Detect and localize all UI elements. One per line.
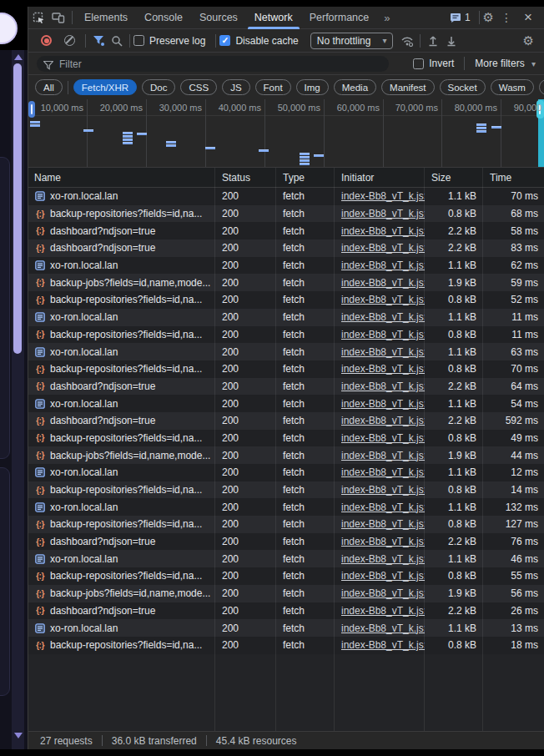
preserve-log-checkbox[interactable]: [133, 35, 144, 46]
network-request-row[interactable]: {:}dashboard?ndjson=true 200 fetch index…: [28, 412, 544, 430]
network-request-row[interactable]: {:}dashboard?ndjson=true 200 fetch index…: [28, 239, 544, 257]
issues-button[interactable]: 1: [445, 12, 476, 23]
record-network-log-button[interactable]: [41, 35, 52, 46]
request-initiator-link[interactable]: index-Bb8_vT_k.js:49: [341, 190, 425, 202]
tab-sources[interactable]: Sources: [191, 7, 246, 29]
preserve-log-label[interactable]: Preserve log: [149, 35, 205, 47]
network-request-row[interactable]: xo-ron.local.lan 200 fetch index-Bb8_vT_…: [28, 619, 544, 637]
chip-img[interactable]: Img: [296, 79, 329, 95]
import-har-icon[interactable]: [424, 32, 442, 50]
network-request-row[interactable]: {:}backup-jobs?fields=id,name,mode... 20…: [28, 585, 544, 602]
network-request-row[interactable]: {:}backup-repositories?fields=id,na... 2…: [28, 326, 544, 344]
request-initiator-link[interactable]: index-Bb8_vT_k.js:49: [341, 363, 425, 375]
request-initiator-link[interactable]: index-Bb8_vT_k.js:49: [341, 536, 425, 547]
network-request-row[interactable]: {:}dashboard?ndjson=true 200 fetch index…: [28, 222, 544, 239]
network-request-row[interactable]: xo-ron.local.lan 200 fetch index-Bb8_vT_…: [28, 464, 544, 481]
network-request-row[interactable]: xo-ron.local.lan 200 fetch index-Bb8_vT_…: [28, 257, 544, 275]
chip-wasm[interactable]: Wasm: [491, 79, 534, 95]
request-initiator-link[interactable]: index-Bb8_vT_k.js:49: [341, 329, 425, 340]
search-icon[interactable]: [108, 32, 126, 50]
network-request-row[interactable]: {:}backup-jobs?fields=id,name,mode... 20…: [28, 446, 544, 464]
request-initiator-link[interactable]: index-Bb8_vT_k.js:49: [341, 398, 425, 410]
request-initiator-link[interactable]: index-Bb8_vT_k.js:49: [341, 450, 425, 461]
chip-css[interactable]: CSS: [180, 79, 217, 95]
request-initiator-link[interactable]: index-Bb8_vT_k.js:49: [341, 242, 425, 254]
network-request-row[interactable]: xo-ron.local.lan 200 fetch index-Bb8_vT_…: [28, 188, 544, 205]
request-initiator-link[interactable]: index-Bb8_vT_k.js:49: [341, 415, 425, 426]
network-request-row[interactable]: xo-ron.local.lan 200 fetch index-Bb8_vT_…: [28, 395, 544, 412]
chip-media[interactable]: Media: [334, 79, 376, 95]
network-request-row[interactable]: {:}backup-jobs?fields=id,name,mode... 20…: [28, 274, 544, 291]
disable-cache-checkbox[interactable]: ✓: [219, 35, 230, 46]
network-overview-timeline[interactable]: 10,000 ms20,000 ms30,000 ms40,000 ms50,0…: [28, 99, 544, 168]
network-request-row[interactable]: {:}backup-repositories?fields=id,na... 2…: [28, 291, 544, 309]
device-toolbar-icon[interactable]: [48, 8, 68, 27]
clear-network-log-button[interactable]: [64, 35, 75, 46]
page-scrollbar-thumb[interactable]: [13, 63, 22, 354]
request-initiator-link[interactable]: index-Bb8_vT_k.js:49: [341, 277, 425, 289]
chip-fetch-xhr[interactable]: Fetch/XHR: [73, 79, 137, 95]
network-request-row[interactable]: {:}backup-repositories?fields=id,na... 2…: [28, 481, 544, 499]
chip-manifest[interactable]: Manifest: [381, 79, 434, 95]
request-initiator-link[interactable]: index-Bb8_vT_k.js:49: [341, 311, 425, 323]
scroll-up-arrow-icon[interactable]: [14, 54, 23, 60]
column-header-status[interactable]: Status: [215, 168, 276, 187]
request-initiator-link[interactable]: index-Bb8_vT_k.js:49: [341, 260, 425, 271]
column-header-type[interactable]: Type: [276, 168, 335, 187]
request-initiator-link[interactable]: index-Bb8_vT_k.js:49: [341, 294, 425, 305]
filter-input[interactable]: [37, 56, 389, 72]
chip-other[interactable]: Other: [539, 79, 544, 95]
kebab-menu-icon[interactable]: ⋮: [494, 11, 519, 24]
request-initiator-link[interactable]: index-Bb8_vT_k.js:49: [341, 553, 425, 565]
network-request-row[interactable]: xo-ron.local.lan 200 fetch index-Bb8_vT_…: [28, 343, 544, 360]
request-initiator-link[interactable]: index-Bb8_vT_k.js:49: [341, 381, 425, 392]
request-initiator-link[interactable]: index-Bb8_vT_k.js:49: [341, 346, 425, 358]
request-initiator-link[interactable]: index-Bb8_vT_k.js:49: [341, 225, 425, 237]
scroll-down-arrow-icon[interactable]: [14, 733, 23, 738]
column-header-time[interactable]: Time: [483, 168, 544, 187]
network-request-row[interactable]: {:}backup-repositories?fields=id,na... 2…: [28, 637, 544, 654]
close-devtools-icon[interactable]: ×: [519, 9, 537, 26]
request-initiator-link[interactable]: index-Bb8_vT_k.js:49: [341, 466, 425, 478]
request-initiator-link[interactable]: index-Bb8_vT_k.js:49: [341, 518, 425, 530]
column-header-size[interactable]: Size: [425, 168, 483, 187]
chip-font[interactable]: Font: [255, 79, 291, 95]
chip-js[interactable]: JS: [222, 79, 249, 95]
tab-network[interactable]: Network: [246, 7, 301, 29]
request-initiator-link[interactable]: index-Bb8_vT_k.js:49: [341, 605, 425, 617]
tab-console[interactable]: Console: [136, 7, 191, 29]
request-initiator-link[interactable]: index-Bb8_vT_k.js:49: [341, 622, 425, 634]
network-request-row[interactable]: {:}dashboard?ndjson=true 200 fetch index…: [28, 533, 544, 551]
network-request-row[interactable]: xo-ron.local.lan 200 fetch index-Bb8_vT_…: [28, 309, 544, 326]
network-request-row[interactable]: {:}backup-repositories?fields=id,na... 2…: [28, 516, 544, 533]
column-header-initiator[interactable]: Initiator: [335, 168, 425, 187]
page-scrollbar[interactable]: [12, 50, 24, 749]
network-request-row[interactable]: xo-ron.local.lan 200 fetch index-Bb8_vT_…: [28, 498, 544, 516]
request-initiator-link[interactable]: index-Bb8_vT_k.js:49: [341, 501, 425, 513]
tab-elements[interactable]: Elements: [76, 7, 136, 29]
settings-gear-icon[interactable]: ⚙: [483, 10, 494, 25]
invert-checkbox[interactable]: [413, 58, 424, 69]
request-initiator-link[interactable]: index-Bb8_vT_k.js:49: [341, 587, 425, 599]
invert-label[interactable]: Invert: [429, 58, 454, 69]
network-request-row[interactable]: xo-ron.local.lan 200 fetch index-Bb8_vT_…: [28, 550, 544, 567]
network-request-row[interactable]: {:}backup-repositories?fields=id,na... 2…: [28, 205, 544, 223]
request-initiator-link[interactable]: index-Bb8_vT_k.js:49: [341, 484, 425, 496]
request-initiator-link[interactable]: index-Bb8_vT_k.js:49: [341, 208, 425, 219]
request-initiator-link[interactable]: index-Bb8_vT_k.js:49: [341, 639, 425, 651]
export-har-icon[interactable]: [442, 32, 461, 50]
more-tabs-button[interactable]: »: [377, 12, 396, 24]
network-settings-gear-icon[interactable]: ⚙: [523, 33, 534, 48]
request-initiator-link[interactable]: index-Bb8_vT_k.js:49: [341, 432, 425, 444]
network-request-row[interactable]: {:}backup-repositories?fields=id,na... 2…: [28, 430, 544, 447]
inspect-element-icon[interactable]: [28, 8, 48, 27]
more-filters-button[interactable]: More filters ▾: [475, 58, 536, 69]
tab-performance[interactable]: Performance: [301, 7, 378, 29]
network-request-row[interactable]: {:}dashboard?ndjson=true 200 fetch index…: [28, 378, 544, 396]
network-request-row[interactable]: {:}backup-repositories?fields=id,na... 2…: [28, 567, 544, 585]
chip-doc[interactable]: Doc: [142, 79, 175, 95]
chip-socket[interactable]: Socket: [440, 79, 486, 95]
chip-all[interactable]: All: [35, 79, 63, 95]
throttling-dropdown[interactable]: No throttling ▾: [310, 33, 394, 49]
network-request-row[interactable]: {:}dashboard?ndjson=true 200 fetch index…: [28, 602, 544, 620]
